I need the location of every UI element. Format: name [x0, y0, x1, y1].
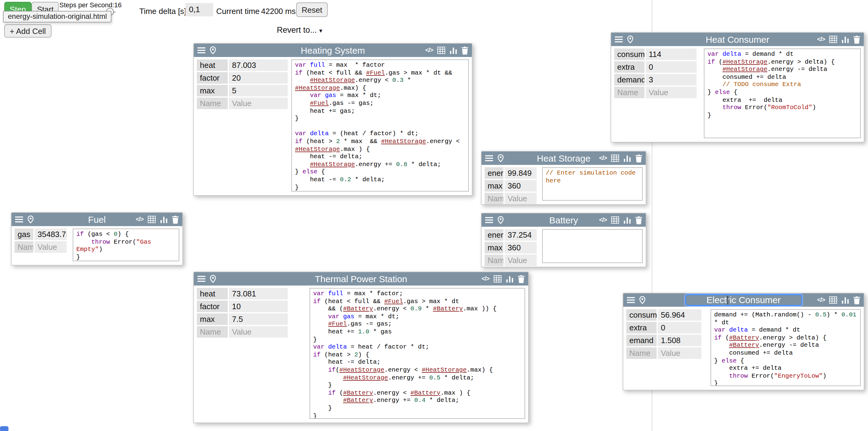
var-name-cell[interactable]: heat: [197, 288, 228, 299]
var-value-cell[interactable]: 0: [658, 322, 702, 334]
var-value-cell[interactable]: 20: [229, 72, 288, 84]
trash-icon[interactable]: [462, 47, 468, 54]
chart-view-icon[interactable]: [841, 296, 849, 304]
table-view-icon[interactable]: [437, 47, 445, 54]
code-view-icon[interactable]: </>: [599, 217, 607, 224]
var-name-cell[interactable]: demand: [614, 74, 645, 85]
location-pin-icon[interactable]: [497, 216, 504, 224]
var-value-placeholder[interactable]: Value: [504, 193, 537, 204]
var-name-placeholder[interactable]: Name: [626, 347, 657, 359]
location-pin-icon[interactable]: [497, 154, 504, 163]
var-value-cell[interactable]: 360: [504, 180, 537, 192]
var-name-placeholder[interactable]: Nam: [485, 255, 503, 266]
reset-button[interactable]: Reset: [296, 2, 328, 17]
code-view-icon[interactable]: </>: [599, 154, 607, 162]
var-name-cell[interactable]: heat: [197, 59, 228, 71]
cell-title-edit-field[interactable]: Electric Consumer: [684, 294, 802, 306]
var-value-cell[interactable]: 99.849: [504, 167, 537, 179]
menu-icon[interactable]: [627, 297, 635, 304]
cell-title[interactable]: Thermal Power Station: [315, 274, 407, 284]
var-name-cell[interactable]: gas: [14, 229, 33, 240]
var-name-cell[interactable]: extra: [626, 322, 657, 334]
code-editor[interactable]: // Enter simulation code here: [542, 167, 643, 201]
cell-header[interactable]: Battery </>: [482, 213, 646, 227]
var-name-cell[interactable]: emand: [626, 335, 657, 346]
chart-view-icon[interactable]: [160, 216, 168, 223]
cell-title[interactable]: Battery: [549, 215, 578, 225]
var-value-cell[interactable]: 56.964: [658, 309, 702, 321]
cell-title[interactable]: Heating System: [301, 45, 365, 55]
code-view-icon[interactable]: </>: [425, 47, 433, 54]
table-view-icon[interactable]: [148, 216, 156, 223]
menu-icon[interactable]: [485, 155, 493, 162]
var-name-cell[interactable]: consum: [626, 309, 657, 321]
table-view-icon[interactable]: [611, 154, 619, 162]
var-value-cell[interactable]: 37.254: [504, 229, 537, 241]
var-value-placeholder[interactable]: Value: [646, 87, 696, 98]
chart-view-icon[interactable]: [623, 217, 631, 224]
location-pin-icon[interactable]: [27, 215, 34, 224]
time-delta-input[interactable]: 0,1: [185, 3, 213, 17]
var-value-placeholder[interactable]: Value: [504, 255, 537, 266]
partial-blue-button[interactable]: [0, 426, 8, 431]
var-name-cell[interactable]: factor: [197, 301, 228, 312]
code-editor[interactable]: [542, 229, 643, 263]
code-editor[interactable]: demand += (Math.random() - 0.5) * 0.01 *…: [711, 309, 861, 386]
var-name-placeholder[interactable]: Name: [614, 87, 645, 98]
var-value-placeholder[interactable]: Value: [229, 97, 288, 109]
var-name-cell[interactable]: max: [485, 180, 503, 192]
trash-icon[interactable]: [636, 216, 642, 224]
var-name-cell[interactable]: consum: [614, 49, 645, 60]
table-view-icon[interactable]: [829, 296, 837, 304]
var-value-cell[interactable]: 35483.75: [34, 229, 67, 240]
code-view-icon[interactable]: </>: [817, 296, 825, 304]
location-pin-icon[interactable]: [639, 296, 646, 304]
var-value-cell[interactable]: 7.5: [229, 313, 288, 325]
chart-view-icon[interactable]: [506, 275, 514, 283]
var-value-cell[interactable]: 0: [646, 61, 696, 73]
code-editor[interactable]: if (gas < 0) { throw Error("Gas Empty") …: [73, 229, 179, 261]
var-name-cell[interactable]: extra: [614, 61, 645, 73]
table-view-icon[interactable]: [611, 217, 619, 224]
menu-icon[interactable]: [197, 47, 205, 54]
var-name-placeholder[interactable]: Name: [197, 97, 228, 109]
table-view-icon[interactable]: [494, 275, 501, 283]
trash-icon[interactable]: [854, 296, 860, 304]
cell-header[interactable]: Heat Storage </>: [482, 151, 646, 165]
var-value-cell[interactable]: 73.081: [229, 288, 288, 299]
var-name-cell[interactable]: factor: [197, 72, 228, 84]
cell-title[interactable]: Heat Storage: [537, 153, 591, 163]
menu-icon[interactable]: [197, 276, 205, 282]
add-cell-button[interactable]: + Add Cell: [4, 24, 51, 37]
var-value-cell[interactable]: 10: [229, 301, 288, 312]
var-value-cell[interactable]: 87.003: [229, 59, 288, 71]
var-name-placeholder[interactable]: Nam: [485, 193, 503, 204]
revert-dropdown[interactable]: Revert to...▾: [277, 25, 322, 34]
var-name-cell[interactable]: max: [197, 85, 228, 96]
var-value-cell[interactable]: 1.508: [658, 335, 702, 346]
var-name-cell[interactable]: ener: [485, 229, 503, 241]
var-value-cell[interactable]: 114: [646, 49, 696, 60]
var-value-cell[interactable]: 360: [504, 242, 537, 253]
cell-header[interactable]: Thermal Power Station </>: [194, 272, 528, 286]
code-view-icon[interactable]: </>: [482, 275, 489, 283]
code-view-icon[interactable]: </>: [136, 216, 144, 223]
code-editor[interactable]: var full = max * factor; if (heat < full…: [310, 288, 525, 419]
var-value-placeholder[interactable]: Value: [229, 326, 288, 338]
code-editor[interactable]: var delta = demand * dt if (#HeatStorage…: [704, 49, 861, 138]
var-name-placeholder[interactable]: Nam: [14, 241, 33, 253]
cell-header[interactable]: Electric Consumer </>: [623, 293, 864, 307]
var-name-cell[interactable]: max: [485, 242, 503, 253]
cell-header[interactable]: Fuel </>: [11, 213, 182, 226]
location-pin-icon[interactable]: [210, 275, 216, 283]
menu-icon[interactable]: [15, 216, 23, 223]
cell-title[interactable]: Fuel: [88, 214, 106, 225]
var-value-cell[interactable]: 3: [646, 74, 696, 85]
cell-header[interactable]: Heating System </>: [194, 44, 472, 57]
var-value-placeholder[interactable]: Value: [658, 347, 702, 359]
var-name-cell[interactable]: ener: [485, 167, 503, 179]
chart-view-icon[interactable]: [623, 154, 631, 162]
trash-icon[interactable]: [172, 216, 179, 223]
var-name-placeholder[interactable]: Name: [197, 326, 228, 338]
trash-icon[interactable]: [518, 275, 525, 283]
